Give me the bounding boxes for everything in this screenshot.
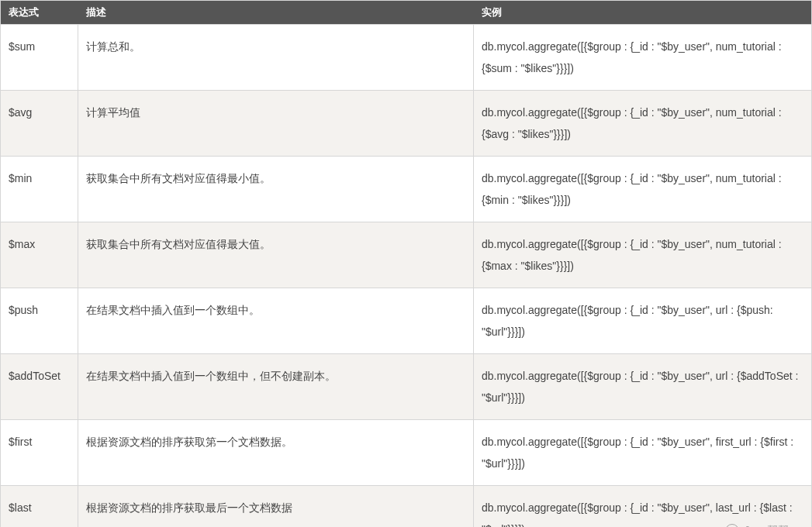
table-row: $avg 计算平均值 db.mycol.aggregate([{$group :… — [1, 91, 812, 157]
table-row: $max 获取集合中所有文档对应值得最大值。 db.mycol.aggregat… — [1, 222, 812, 288]
cell-expression: $first — [1, 420, 78, 486]
cell-expression: $sum — [1, 25, 78, 91]
cell-description: 在结果文档中插入值到一个数组中，但不创建副本。 — [78, 354, 474, 420]
cell-example: db.mycol.aggregate([{$group : {_id : "$b… — [474, 486, 812, 528]
header-expression: 表达式 — [1, 1, 78, 25]
table-row: $first 根据资源文档的排序获取第一个文档数据。 db.mycol.aggr… — [1, 420, 812, 486]
table-row: $last 根据资源文档的排序获取最后一个文档数据 db.mycol.aggre… — [1, 486, 812, 528]
table-header-row: 表达式 描述 实例 — [1, 1, 812, 25]
cell-description: 计算总和。 — [78, 25, 474, 91]
cell-example: db.mycol.aggregate([{$group : {_id : "$b… — [474, 288, 812, 354]
cell-description: 获取集合中所有文档对应值得最大值。 — [78, 222, 474, 288]
cell-example: db.mycol.aggregate([{$group : {_id : "$b… — [474, 420, 812, 486]
header-example: 实例 — [474, 1, 812, 25]
cell-description: 计算平均值 — [78, 91, 474, 157]
cell-expression: $min — [1, 157, 78, 222]
cell-expression: $addToSet — [1, 354, 78, 420]
cell-example: db.mycol.aggregate([{$group : {_id : "$b… — [474, 91, 812, 157]
table-row: $push 在结果文档中插入值到一个数组中。 db.mycol.aggregat… — [1, 288, 812, 354]
table-row: $addToSet 在结果文档中插入值到一个数组中，但不创建副本。 db.myc… — [1, 354, 812, 420]
table-row: $sum 计算总和。 db.mycol.aggregate([{$group :… — [1, 25, 812, 91]
cell-description: 获取集合中所有文档对应值得最小值。 — [78, 157, 474, 222]
cell-description: 根据资源文档的排序获取最后一个文档数据 — [78, 486, 474, 528]
cell-expression: $last — [1, 486, 78, 528]
cell-example: db.mycol.aggregate([{$group : {_id : "$b… — [474, 157, 812, 222]
cell-example: db.mycol.aggregate([{$group : {_id : "$b… — [474, 25, 812, 91]
aggregation-operators-table: 表达式 描述 实例 $sum 计算总和。 db.mycol.aggregate(… — [0, 0, 812, 527]
cell-expression: $push — [1, 288, 78, 354]
cell-description: 根据资源文档的排序获取第一个文档数据。 — [78, 420, 474, 486]
header-description: 描述 — [78, 1, 474, 25]
table-row: $min 获取集合中所有文档对应值得最小值。 db.mycol.aggregat… — [1, 157, 812, 222]
cell-expression: $max — [1, 222, 78, 288]
cell-example: db.mycol.aggregate([{$group : {_id : "$b… — [474, 354, 812, 420]
cell-expression: $avg — [1, 91, 78, 157]
cell-description: 在结果文档中插入值到一个数组中。 — [78, 288, 474, 354]
cell-example: db.mycol.aggregate([{$group : {_id : "$b… — [474, 222, 812, 288]
